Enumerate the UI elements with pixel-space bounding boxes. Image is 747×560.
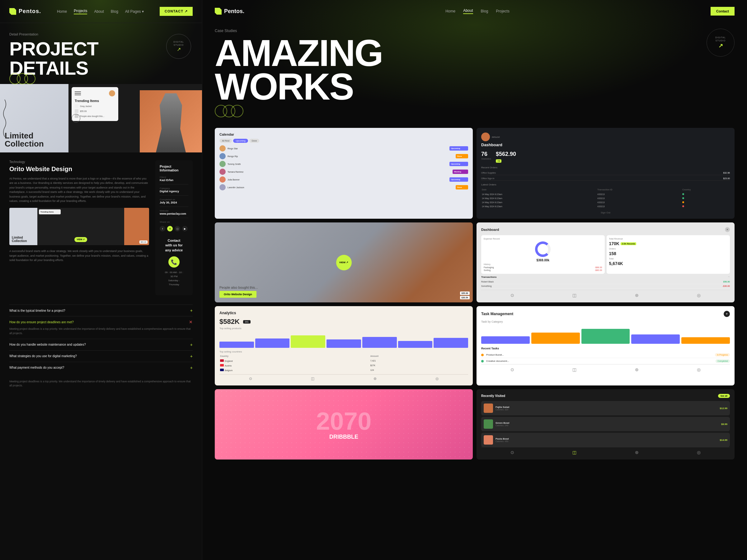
expense-value: $369.00k: [484, 259, 602, 262]
filter-done[interactable]: Done: [249, 139, 260, 143]
instagram-icon[interactable]: ◻: [175, 226, 180, 232]
dashboard-card: detuzel Dashboard 76 Statistics $562.90 …: [476, 128, 735, 219]
showcase-left-panel: Limited Collection: [0, 84, 69, 153]
history-sorting: Sorting -$80.00: [484, 269, 602, 271]
finance-close-icon[interactable]: ✕: [725, 227, 730, 232]
order-row-1: Office Supplies $32.98: [481, 171, 730, 175]
transactions-arrow[interactable]: →: [728, 276, 730, 278]
faq-expand-icon-3[interactable]: +: [190, 342, 193, 347]
right-contact-button[interactable]: Contact: [711, 7, 735, 16]
recipe-item-3: Pasta Bowl Calories: 450 $14.99: [481, 433, 730, 447]
analytics-card: Analytics $582K 341 Top selling products…: [215, 306, 473, 385]
website-label: Website: [160, 209, 188, 212]
task-add-button[interactable]: +: [724, 311, 730, 317]
tasks-user-icon[interactable]: ◎: [697, 367, 701, 372]
ana-user-icon[interactable]: ◎: [435, 376, 439, 381]
faq-question-2[interactable]: How do you ensure project deadlines are …: [9, 320, 193, 324]
project-info-title: Project Information: [160, 165, 188, 172]
task-item-2: Creative document... Completed: [481, 358, 730, 364]
countries-table: Country Amount England 7,421 Austria: [220, 354, 468, 373]
fin-home-icon[interactable]: ⊙: [511, 293, 514, 298]
c2-val: $27K: [370, 364, 467, 367]
recipe-search-icon[interactable]: ⊛: [635, 450, 639, 455]
order-1-label: Office Supplies: [481, 172, 496, 174]
cal-event-3: Upcoming: [449, 162, 468, 166]
tasks-title: Task Management: [481, 312, 513, 316]
fin-stat-2: Orders 158: [609, 248, 728, 256]
youtube-icon[interactable]: ▶: [182, 226, 188, 232]
faq-question-3[interactable]: How do you handle website maintenance an…: [9, 342, 193, 347]
right-nav-about[interactable]: About: [463, 8, 473, 14]
faq-question-5[interactable]: What payment methods do you accept? +: [9, 365, 193, 370]
recipe-item-1: Fajita Salad Calories: 320 $12.99: [481, 401, 730, 415]
filter-allrest[interactable]: All Rest: [220, 139, 232, 143]
nav-about[interactable]: About: [94, 9, 104, 14]
latest-row-4: 14 May 2024 8:23am #20213: [482, 205, 729, 208]
orito-view-badge[interactable]: VIEW ↗: [336, 255, 352, 270]
cal-row-6: Larenthr Jackson Done: [220, 184, 468, 190]
recipe-see-all-btn[interactable]: See all: [718, 394, 730, 398]
dashboard-avatar: [481, 133, 490, 141]
completed-value: July 30, 2024: [160, 201, 188, 204]
dribbble-dots-bg: [215, 389, 473, 459]
recipe-home-icon[interactable]: ⊙: [511, 450, 514, 455]
faq-question-4[interactable]: What strategies do you use for digital m…: [9, 354, 193, 359]
recipe-user-icon[interactable]: ◎: [697, 450, 701, 455]
right-nav-home[interactable]: Home: [445, 9, 455, 14]
left-contact-button[interactable]: CONTACT ↗: [160, 7, 193, 16]
fin-search-icon[interactable]: ⊛: [635, 293, 639, 298]
task-bar-4: [631, 335, 680, 344]
right-nav-blog[interactable]: Blog: [481, 9, 488, 14]
content-more-body: A successful brand starts with a clear s…: [9, 249, 149, 262]
tasks-grid-icon[interactable]: ◫: [572, 367, 576, 372]
nav-allpages[interactable]: All Pages ▾: [125, 9, 144, 14]
recipe-sub-3: Calories: 450: [495, 440, 509, 443]
right-nav-projects[interactable]: Projects: [496, 9, 510, 14]
fin-chart-icon[interactable]: ◫: [572, 293, 576, 298]
recipe-active-icon[interactable]: ◫: [572, 450, 576, 455]
finance-header: Dashboard ✕: [481, 227, 730, 232]
dashboard-header: detuzel Dashboard: [481, 133, 730, 147]
tasks-home-icon[interactable]: ⊙: [511, 367, 514, 372]
showcase-nav-arrow-left[interactable]: ←: [72, 114, 80, 123]
left-nav-logo: Pentos.: [9, 8, 41, 15]
works-grid: Calendar All Rest Upcoming Done Ringo St…: [202, 128, 747, 466]
task-bar-2: [531, 332, 580, 344]
ana-grid-icon[interactable]: ◫: [311, 376, 314, 381]
cal-name-6: Larenthr Jackson: [228, 186, 454, 189]
right-panel: Pentos. Home About Blog Projects Contact…: [202, 0, 747, 560]
faq-expand-icon-1[interactable]: +: [190, 308, 193, 313]
avatar-6: [220, 184, 226, 190]
left-nav-links: Home Projects About Blog All Pages ▾: [57, 9, 144, 14]
preview-view-btn[interactable]: VIEW ↗: [74, 237, 87, 242]
packaging-val: -$88.00: [595, 266, 602, 268]
ana-home-icon[interactable]: ⊙: [249, 376, 252, 381]
nav-home[interactable]: Home: [57, 9, 67, 14]
stat-revenue: $562.90: [496, 151, 516, 157]
content-tag: Technology: [9, 160, 149, 164]
recipe-name-3: Pasta Bowl: [495, 437, 509, 440]
trans-row-2: Something -$30.00: [481, 284, 730, 288]
project-info-panel: Project Information Client Kazi Erfan Ca…: [155, 160, 193, 295]
facebook-icon[interactable]: f: [160, 226, 165, 232]
twitter-icon[interactable]: ✕: [167, 226, 173, 232]
orito-website-button[interactable]: Orito Website Design: [220, 291, 256, 298]
nav-blog[interactable]: Blog: [111, 9, 118, 14]
faq-collapse-icon-2[interactable]: ✕: [189, 320, 193, 324]
nav-projects[interactable]: Projects: [74, 9, 87, 14]
fin-stat-3-label: Total: [609, 258, 728, 260]
cal-row-2: Rengo Rip Done: [220, 153, 468, 159]
pentos-logo-icon: [9, 8, 16, 15]
filter-upcoming[interactable]: Upcoming: [233, 139, 248, 143]
fin-stat-1-label: Total Revenue: [609, 238, 728, 240]
hero-label: Detail Presentation: [9, 32, 193, 36]
content-section: Technology Orito Website Design At Pento…: [0, 153, 202, 303]
ana-search-icon[interactable]: ⊛: [374, 376, 377, 381]
fin-user-icon[interactable]: ◎: [697, 293, 701, 298]
tasks-search-icon[interactable]: ⊛: [635, 367, 639, 372]
latest-orders-table: Date Transaction ID Country 14 May 2024 …: [481, 188, 730, 209]
faq-question-1[interactable]: What is the typical timeline for a proje…: [9, 308, 193, 313]
faq-expand-icon-5[interactable]: +: [190, 365, 193, 370]
contact-advice-box: Contact with us for any advice 📞 09 : 00…: [160, 234, 188, 291]
faq-expand-icon-4[interactable]: +: [190, 354, 193, 359]
